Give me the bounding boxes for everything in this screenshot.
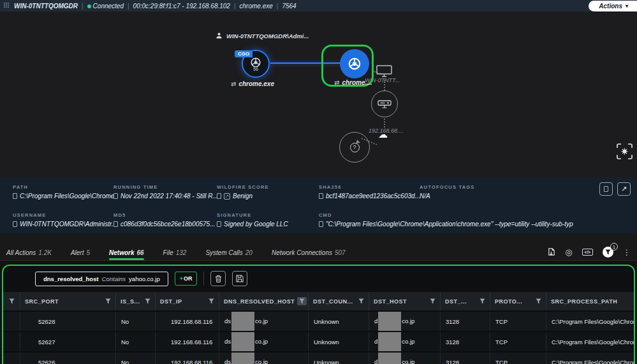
filter-chip[interactable]: dns_resolved_host Contains yahoo.co.jp [35, 272, 168, 286]
process-icon: ⇄ [231, 80, 236, 87]
tab-label: File [163, 249, 173, 256]
column-filter-icon[interactable] [9, 298, 15, 304]
kebab-menu-button[interactable]: ⋮ [623, 248, 631, 257]
field-value: C:\Program Files\Google\Chrome... [20, 193, 113, 200]
app-grid-icon[interactable] [4, 3, 10, 9]
tab-all-actions[interactable]: All Actions1.2K [6, 249, 52, 260]
export-button[interactable] [547, 248, 555, 257]
cgo-badge: CGO [235, 50, 253, 57]
field-wildfire-score: WILDFIRE SCORE ↗Benign [217, 184, 319, 206]
table-row[interactable]: 52627No192.168.68.116dsco.jpUnknowndco.j… [4, 331, 636, 352]
cell-protocol: TCP [490, 311, 546, 331]
field-value: Benign [233, 193, 253, 200]
external-link-icon[interactable]: ↗ [224, 193, 230, 200]
unknown-node[interactable]: ? [339, 132, 370, 163]
field-md5: MD5 c086d3f0dc56bce26e18b00575... [113, 212, 217, 234]
column-header-protocol[interactable]: PROTO... [490, 292, 546, 311]
copy-icon[interactable] [319, 193, 323, 199]
copy-all-button[interactable] [599, 182, 613, 196]
chrome-icon [348, 57, 362, 71]
column-header-rowfilter[interactable] [4, 292, 20, 311]
column-filter-icon[interactable] [209, 298, 214, 304]
field-label: WILDFIRE SCORE [217, 184, 319, 190]
filter-field: dns_resolved_host [43, 275, 99, 282]
save-filter-button[interactable] [232, 271, 247, 286]
tab-network[interactable]: Network66 [109, 249, 144, 260]
cell-src_port: 52626 [20, 352, 116, 364]
chrome-parent-label[interactable]: ⇄ chrome.exe [231, 80, 274, 87]
column-header-src_port[interactable]: SRC_PORT [20, 292, 116, 311]
field-value: WIN-0TNTTQOMGDR\Administr... [20, 221, 113, 228]
cell-dst_country: Unknown [309, 311, 369, 331]
column-filter-icon[interactable] [145, 298, 150, 304]
field-signature: SIGNATURE Signed by Google LLC [217, 212, 319, 234]
column-filter-icon[interactable] [297, 297, 307, 305]
cloud-icon[interactable]: ☁ [378, 129, 388, 139]
column-header-dst_country[interactable]: DST_COUN... [309, 292, 369, 311]
field-label: USERNAME [13, 212, 113, 218]
router-node[interactable] [371, 91, 398, 117]
chrome-selected-node[interactable] [340, 49, 369, 78]
redaction-box [378, 332, 401, 351]
field-username: USERNAME WIN-0TNTTQOMGDR\Administr... [13, 212, 113, 234]
column-label: DST_COUN... [313, 298, 353, 305]
redaction-box [231, 353, 254, 364]
column-filter-icon[interactable] [430, 298, 436, 304]
copy-icon[interactable] [13, 221, 17, 227]
field-label: CMD [319, 212, 573, 218]
column-label: DST_... [445, 298, 467, 305]
copy-icon[interactable] [217, 193, 221, 199]
column-filter-icon[interactable] [358, 298, 364, 304]
cell-dns_resolved_host: dsco.jp [219, 331, 309, 352]
connection-status: Connected [87, 3, 124, 10]
tab-label: Network [109, 249, 134, 256]
actions-button[interactable]: Actions▾ [589, 1, 637, 11]
funnel-icon [605, 249, 611, 255]
column-header-dst_host[interactable]: DST_HOST [369, 292, 441, 311]
field-cmd: CMD "C:\Program Files\Google\Chrome\Appl… [319, 212, 573, 234]
field-value: "C:\Program Files\Google\Chrome\Applicat… [326, 221, 573, 228]
tab-system-calls[interactable]: System Calls20 [205, 249, 252, 260]
query-code-button[interactable]: </> [582, 249, 593, 256]
copy-icon[interactable] [113, 193, 118, 199]
cell-src_process_path: C:\Program Files\Google\Chrome... [546, 331, 636, 352]
filter-button[interactable]: 1 [603, 247, 613, 258]
fit-to-screen-button[interactable] [616, 143, 633, 163]
column-filter-icon[interactable] [536, 298, 541, 304]
copy-icon[interactable] [319, 221, 323, 227]
column-header-is_s[interactable]: IS_S... [116, 292, 156, 311]
column-filter-icon[interactable] [105, 298, 111, 304]
add-or-filter-button[interactable]: +OR [175, 272, 198, 286]
column-header-src_process_path[interactable]: SRC_PROCESS_PATH [546, 292, 636, 311]
mac-ip: 00:0c:29:8f:f1:c7 - 192.168.68.102 [133, 3, 230, 10]
user-node-label: WIN-0TNTTQOMGDR\Admi... [226, 33, 309, 40]
copy-icon[interactable] [13, 193, 17, 199]
column-header-dns_resolved_host[interactable]: DNS_RESOLVED_HOST [219, 292, 309, 311]
tab-count: 507 [335, 249, 346, 256]
copy-icon[interactable] [217, 221, 221, 227]
column-header-dst_ip[interactable]: DST_IP [156, 292, 219, 311]
tab-count: 1.2K [38, 249, 52, 256]
tab-label: System Calls [205, 249, 242, 256]
field-autofocus-tags: AUTOFOCUS TAGS N/A [420, 184, 573, 206]
cell-is_s: No [116, 331, 156, 352]
column-filter-icon[interactable] [480, 298, 485, 304]
tab-file[interactable]: File132 [163, 249, 187, 260]
cell-dst_ip: 192.168.68.116 [156, 311, 219, 331]
user-node[interactable]: WIN-0TNTTQOMGDR\Admi... [216, 32, 309, 40]
column-label: DNS_RESOLVED_HOST [224, 298, 295, 305]
tab-network-connections[interactable]: Network Connections507 [272, 249, 346, 260]
open-external-button[interactable]: ↗ [617, 182, 631, 196]
tab-alert[interactable]: Alert5 [71, 249, 90, 260]
delete-filter-button[interactable] [210, 271, 226, 286]
table-row[interactable]: 52626No192.168.68.116dsco.jpUnknowndco.j… [4, 352, 636, 364]
hostname: WIN-0TNTTQOMGDR [14, 3, 78, 10]
field-running-time: RUNNING TIME Nov 22nd 2022 17:40:48 - St… [113, 184, 217, 206]
person-icon [216, 32, 223, 40]
causality-view-button[interactable]: ◎ [565, 247, 572, 257]
copy-icon[interactable] [113, 221, 118, 227]
table-row[interactable]: 52628No192.168.68.116dsco.jpUnknowndco.j… [4, 311, 636, 331]
status-dot-icon [87, 4, 91, 8]
column-header-dst_port[interactable]: DST_... [441, 292, 490, 311]
chrome-selected-label[interactable]: ⇄ chrome.... [334, 79, 372, 86]
